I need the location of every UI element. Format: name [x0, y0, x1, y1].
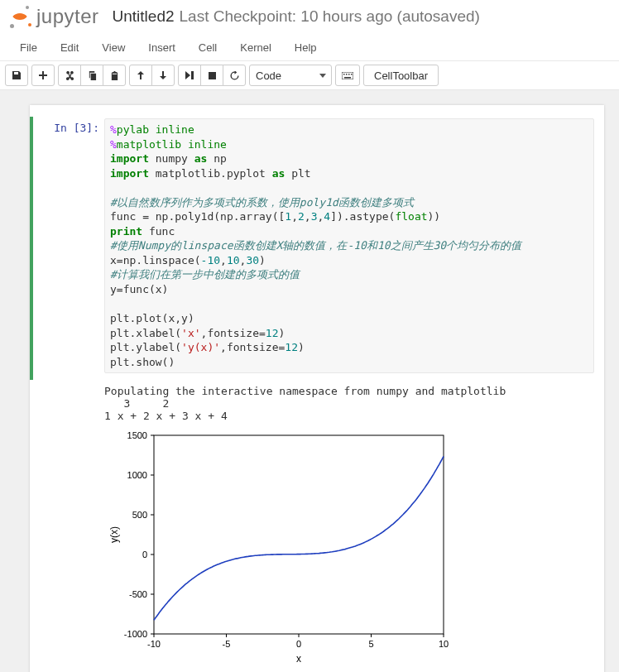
menu-cell[interactable]: Cell [187, 38, 228, 57]
output-prompt [33, 382, 104, 670]
paste-icon [110, 71, 119, 80]
svg-text:500: 500 [132, 510, 147, 520]
output-text: Populating the interactive namespace fro… [104, 382, 594, 422]
add-cell-button[interactable] [31, 65, 55, 86]
svg-rect-7 [154, 435, 444, 634]
svg-text:0: 0 [296, 639, 301, 649]
svg-rect-1 [342, 72, 353, 79]
celltoolbar-button[interactable]: CellToolbar [363, 65, 439, 86]
svg-rect-6 [351, 74, 353, 75]
restart-icon [230, 71, 239, 80]
jupyter-logo-text: jupyter [36, 5, 99, 28]
checkpoint-status: Last Checkpoint: 10 hours ago (autosaved… [180, 7, 480, 26]
interrupt-button[interactable] [200, 65, 223, 86]
code-input[interactable]: %pylab inline %matplotlib inline import … [104, 118, 594, 373]
output-chart: -10-50510-1000-500050010001500xy(x) [104, 427, 594, 670]
celltoolbar-label: CellToolbar [374, 70, 428, 82]
menu-help[interactable]: Help [283, 38, 329, 57]
cut-icon [65, 71, 74, 80]
svg-text:-500: -500 [129, 589, 147, 599]
svg-text:y(x): y(x) [108, 526, 120, 543]
restart-kernel-button[interactable] [223, 65, 246, 86]
arrow-down-icon [159, 71, 167, 79]
svg-text:x: x [296, 653, 301, 665]
menu-insert[interactable]: Insert [137, 38, 187, 57]
step-forward-icon [185, 71, 194, 79]
svg-text:-10: -10 [147, 639, 161, 649]
save-button[interactable] [5, 65, 28, 86]
line-chart: -10-50510-1000-500050010001500xy(x) [104, 427, 452, 667]
jupyter-logo-icon [8, 5, 31, 28]
notebook-container: In [3]: %pylab inline %matplotlib inline… [0, 90, 619, 672]
stop-icon [209, 72, 216, 79]
cell-type-value: Code [256, 70, 281, 82]
move-up-button[interactable] [129, 65, 152, 86]
plus-icon [39, 71, 47, 79]
menu-file[interactable]: File [8, 38, 49, 57]
notebook-header: jupyter Untitled2 Last Checkpoint: 10 ho… [0, 0, 619, 30]
svg-text:-5: -5 [223, 639, 231, 649]
output-cell: Populating the interactive namespace fro… [30, 380, 594, 672]
copy-cell-button[interactable] [80, 65, 103, 86]
svg-text:1500: 1500 [127, 430, 147, 440]
svg-text:10: 10 [439, 639, 449, 649]
menu-bar: File Edit View Insert Cell Kernel Help [0, 35, 619, 61]
input-prompt: In [3]: [33, 118, 104, 373]
cut-cell-button[interactable] [58, 65, 81, 86]
arrow-up-icon [137, 71, 145, 79]
svg-rect-5 [348, 74, 350, 75]
menu-edit[interactable]: Edit [49, 38, 90, 57]
notebook: In [3]: %pylab inline %matplotlib inline… [30, 105, 604, 672]
keyboard-icon [342, 72, 353, 79]
svg-text:-1000: -1000 [124, 629, 147, 639]
chevron-down-icon [319, 74, 326, 78]
move-down-button[interactable] [151, 65, 175, 86]
notebook-title[interactable]: Untitled2 [113, 7, 175, 26]
save-icon [12, 70, 22, 80]
run-cell-button[interactable] [178, 65, 201, 86]
menu-view[interactable]: View [90, 38, 137, 57]
command-palette-button[interactable] [335, 65, 360, 86]
svg-rect-4 [346, 74, 348, 75]
svg-text:5: 5 [368, 639, 373, 649]
code-cell[interactable]: In [3]: %pylab inline %matplotlib inline… [30, 117, 594, 380]
copy-icon [88, 71, 97, 80]
svg-rect-0 [209, 72, 216, 79]
svg-text:0: 0 [142, 550, 147, 559]
svg-rect-3 [343, 74, 345, 75]
cell-type-select[interactable]: Code [249, 65, 332, 86]
svg-rect-2 [344, 77, 351, 79]
toolbar: Code CellToolbar [0, 61, 619, 90]
jupyter-logo[interactable]: jupyter [8, 5, 99, 28]
menu-kernel[interactable]: Kernel [228, 38, 283, 57]
paste-cell-button[interactable] [103, 65, 126, 86]
svg-text:1000: 1000 [127, 470, 147, 480]
